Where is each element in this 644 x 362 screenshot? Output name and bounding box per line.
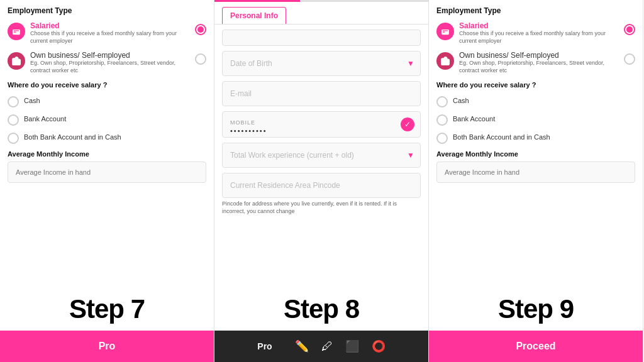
proceed-btn-7[interactable]: Pro	[0, 331, 214, 362]
self-employed-radio-9[interactable]	[624, 53, 635, 65]
salary-question: Where do you receive salary ?	[8, 81, 206, 89]
self-employed-option-9[interactable]: Own business/ Self-employed Eg. Own shop…	[436, 51, 635, 74]
self-employed-desc-9: Eg. Own shop, Proprietorship, Freelancer…	[459, 60, 624, 74]
proceed-label-7: Pro	[99, 341, 116, 352]
employment-type-title-9: Employment Type	[436, 6, 635, 15]
panel9-content: Employment Type Salaried Choose this if …	[429, 0, 643, 362]
mobile-field[interactable]: MOBILE ••••••••••	[222, 111, 421, 138]
self-employed-icon-9	[436, 52, 454, 70]
tab-header: Personal Info	[214, 2, 428, 25]
pincode-hint: Pincode for address where you live curre…	[222, 200, 421, 215]
cash-radio[interactable]	[8, 96, 19, 107]
employment-type-title: Employment Type	[8, 6, 206, 15]
salaried-radio[interactable]	[195, 24, 206, 35]
self-employed-radio[interactable]	[195, 53, 206, 65]
salary-question-9: Where do you receive salary ?	[436, 81, 635, 89]
income-section-9: Average Monthly Income	[436, 150, 635, 183]
income-title-9: Average Monthly Income	[436, 150, 635, 158]
circle-icon[interactable]: ⭕	[372, 339, 386, 353]
bank-radio-9[interactable]	[436, 114, 448, 126]
self-employed-name-9: Own business/ Self-employed	[459, 51, 624, 60]
salary-section: Where do you receive salary ? Cash Bank …	[8, 81, 206, 144]
self-employed-text-9: Own business/ Self-employed Eg. Own shop…	[459, 51, 624, 74]
pincode-placeholder: Current Residence Area Pincode	[230, 181, 340, 190]
salary-bank-option-9[interactable]: Bank Account	[436, 112, 635, 126]
salaried-desc: Choose this if you receive a fixed month…	[30, 30, 195, 45]
income-title: Average Monthly Income	[8, 150, 206, 158]
panel7-content: Employment Type Salaried Choose this if …	[0, 0, 214, 362]
salary-both-option[interactable]: Both Bank Account and in Cash	[8, 130, 206, 144]
proceed-label-9: Proceed	[516, 341, 555, 352]
income-input[interactable]	[8, 162, 206, 183]
cash-label: Cash	[24, 97, 40, 104]
mobile-wrapper: MOBILE •••••••••• ✓	[222, 111, 421, 138]
salary-section-9: Where do you receive salary ? Cash Bank …	[436, 81, 635, 144]
self-employed-icon	[8, 52, 25, 70]
toolbar: Pro ✏️ 🖊 ⬛ ⭕	[214, 331, 428, 362]
salaried-text-9: Salaried Choose this if you receive a fi…	[459, 21, 624, 45]
salaried-icon-9	[436, 23, 454, 40]
panel-step7: Employment Type Salaried Choose this if …	[0, 0, 214, 362]
both-label-9: Both Bank Account and in Cash	[453, 133, 550, 141]
bank-label-9: Bank Account	[453, 115, 495, 123]
self-employed-name: Own business/ Self-employed	[30, 51, 195, 60]
salaried-desc-9: Choose this if you receive a fixed month…	[459, 30, 624, 45]
salaried-radio-9[interactable]	[624, 24, 635, 35]
salaried-radio-fill	[197, 26, 204, 33]
salary-bank-option[interactable]: Bank Account	[8, 112, 206, 126]
self-employed-option[interactable]: Own business/ Self-employed Eg. Own shop…	[8, 51, 206, 74]
salary-cash-option-9[interactable]: Cash	[436, 94, 635, 107]
fullname-field[interactable]	[222, 30, 421, 46]
brush-icon[interactable]: 🖊	[321, 340, 333, 353]
work-exp-arrow-icon: ▼	[407, 151, 414, 160]
work-exp-wrapper: Total Work experience (current + old) ▼	[222, 143, 421, 168]
both-radio[interactable]	[8, 133, 19, 144]
panel-step9: Employment Type Salaried Choose this if …	[429, 0, 643, 362]
progress-fill	[214, 0, 300, 2]
salaried-option-9[interactable]: Salaried Choose this if you receive a fi…	[436, 21, 635, 45]
proceed-label-8: Pro	[257, 341, 272, 351]
dob-field[interactable]: Date of Birth	[222, 51, 421, 76]
proceed-btn-9[interactable]: Proceed	[429, 331, 643, 362]
work-exp-placeholder: Total Work experience (current + old)	[230, 151, 354, 160]
self-employed-desc: Eg. Own shop, Proprietorship, Freelancer…	[30, 60, 195, 74]
self-employed-text: Own business/ Self-employed Eg. Own shop…	[30, 51, 195, 74]
mobile-label: MOBILE	[230, 119, 413, 126]
personal-info-tab[interactable]: Personal Info	[222, 7, 286, 24]
work-exp-field[interactable]: Total Work experience (current + old)	[222, 143, 421, 168]
panel-step8: Personal Info Date of Birth ▼ E-mail MOB…	[214, 0, 429, 362]
mobile-value: ••••••••••	[230, 127, 413, 134]
pincode-field[interactable]: Current Residence Area Pincode	[222, 173, 421, 198]
dob-wrapper: Date of Birth ▼	[222, 51, 421, 76]
square-icon[interactable]: ⬛	[345, 339, 359, 353]
cash-radio-9[interactable]	[436, 96, 448, 107]
salaried-icon	[8, 23, 25, 40]
salaried-radio-fill-9	[626, 26, 633, 33]
salary-cash-option[interactable]: Cash	[8, 94, 206, 107]
bank-label: Bank Account	[24, 115, 66, 123]
dob-arrow-icon: ▼	[407, 59, 414, 68]
salaried-name-9: Salaried	[459, 21, 624, 30]
dob-placeholder: Date of Birth	[230, 59, 272, 68]
salary-both-option-9[interactable]: Both Bank Account and in Cash	[436, 130, 635, 144]
panel8-content: Date of Birth ▼ E-mail MOBILE ••••••••••…	[214, 25, 428, 362]
both-label: Both Bank Account and in Cash	[24, 133, 121, 141]
salaried-option[interactable]: Salaried Choose this if you receive a fi…	[8, 21, 206, 45]
cash-label-9: Cash	[453, 97, 469, 104]
email-placeholder: E-mail	[230, 89, 252, 98]
mobile-check-icon: ✓	[401, 118, 414, 131]
email-field[interactable]: E-mail	[222, 81, 421, 106]
progress-bar	[214, 0, 428, 2]
income-input-9[interactable]	[436, 162, 635, 183]
salaried-text: Salaried Choose this if you receive a fi…	[30, 21, 195, 45]
income-section: Average Monthly Income	[8, 150, 206, 183]
bank-radio[interactable]	[8, 114, 19, 126]
both-radio-9[interactable]	[436, 133, 448, 144]
pencil-icon[interactable]: ✏️	[295, 339, 309, 353]
salaried-name: Salaried	[30, 21, 195, 30]
